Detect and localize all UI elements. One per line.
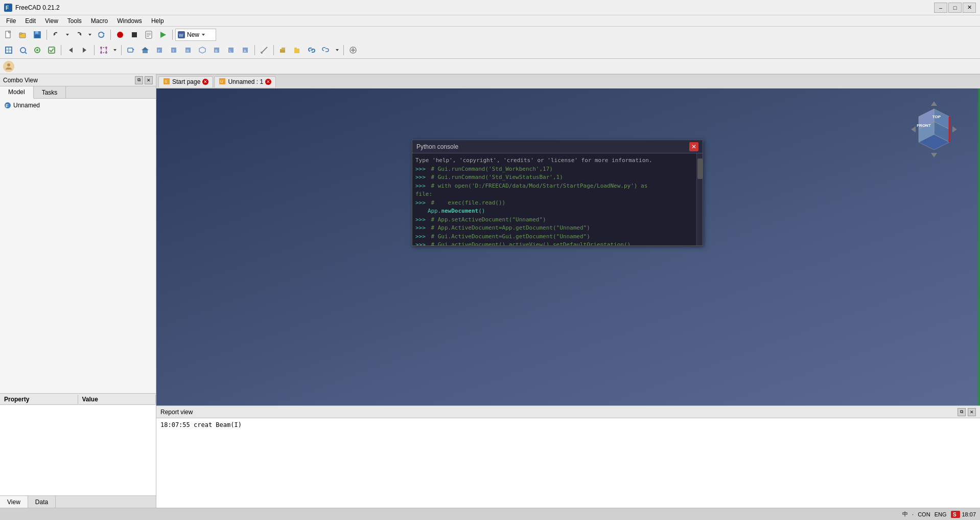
left-view-button[interactable]: L — [224, 44, 238, 56]
python-console-close-button[interactable]: ✕ — [689, 142, 698, 151]
svg-text:FRONT: FRONT — [917, 123, 931, 128]
s-icon: S — [950, 510, 961, 518]
link-dropdown[interactable] — [334, 44, 341, 56]
model-tree[interactable]: F Unnamed — [0, 99, 156, 393]
status-lang: ENG — [935, 511, 947, 517]
link-group-button[interactable] — [319, 44, 333, 56]
unnamed-tab-close[interactable]: ✕ — [265, 79, 271, 85]
sync-camera-button[interactable] — [124, 44, 137, 56]
maximize-button[interactable]: □ — [948, 3, 962, 13]
combo-view-close-button[interactable]: ✕ — [145, 76, 153, 84]
nav-cube[interactable]: TOP FRONT — [908, 99, 960, 160]
start-page-tab-close[interactable]: ✕ — [202, 79, 208, 85]
console-prompt-7: >>> — [415, 224, 426, 233]
bottom-tab-view[interactable]: View — [0, 496, 28, 508]
home-view-button[interactable] — [138, 44, 152, 56]
report-content: 18:07:55 creat Beam(I) — [156, 418, 980, 508]
undo-button[interactable] — [50, 29, 63, 41]
left-panel: Combo View ⧉ ✕ Model Tasks F — [0, 74, 156, 508]
save-button[interactable] — [31, 29, 44, 41]
toolbar-area: W New — [0, 27, 980, 59]
sync-view-button[interactable] — [45, 44, 58, 56]
property-content[interactable] — [0, 405, 156, 495]
svg-text:W: W — [179, 33, 183, 38]
nav-back-button[interactable] — [64, 44, 77, 56]
svg-marker-32 — [69, 48, 73, 53]
svg-marker-13 — [103, 33, 105, 35]
redo-button[interactable] — [72, 29, 85, 41]
part-create-button[interactable] — [276, 44, 290, 56]
workbench-dropdown[interactable]: W New — [175, 29, 216, 41]
bounding-box-button[interactable] — [97, 44, 110, 56]
redo-dropdown[interactable] — [86, 29, 94, 41]
svg-marker-77 — [931, 153, 937, 157]
fit-selection-button[interactable] — [16, 44, 30, 56]
menu-windows[interactable]: Windows — [113, 15, 146, 26]
user-icon[interactable] — [3, 61, 14, 72]
record-macro-button[interactable] — [113, 29, 127, 41]
addon-manager-button[interactable] — [346, 44, 360, 56]
link-button[interactable] — [305, 44, 318, 56]
status-ime: 中 — [902, 510, 908, 518]
bottom-view-button[interactable]: B — [210, 44, 223, 56]
menu-macro[interactable]: Macro — [87, 15, 112, 26]
axo-view-button[interactable] — [196, 44, 209, 56]
python-console-body[interactable]: Type 'help', 'copyright', 'credits' or '… — [412, 153, 703, 245]
measure-button[interactable] — [258, 44, 271, 56]
combo-view-title: Combo View — [3, 77, 38, 84]
menu-tools[interactable]: Tools — [63, 15, 86, 26]
menu-help[interactable]: Help — [147, 15, 168, 26]
bottom-tab-data[interactable]: Data — [28, 496, 56, 508]
view-options-button[interactable] — [31, 44, 44, 56]
toolbar-separator-5 — [94, 45, 95, 55]
svg-rect-62 — [294, 49, 299, 53]
console-line-7: >>> # App.ActiveDocument=App.getDocument… — [415, 224, 699, 233]
report-float-button[interactable]: ⧉ — [958, 408, 966, 416]
combo-tab-tasks[interactable]: Tasks — [34, 86, 66, 98]
app-logo-icon: F — [4, 4, 12, 12]
svg-text:TOP: TOP — [932, 115, 941, 119]
refresh-button[interactable] — [95, 29, 108, 41]
console-scrollbar-thumb[interactable] — [697, 159, 703, 179]
new-button[interactable] — [2, 29, 15, 41]
python-console[interactable]: Python console ✕ Type 'help', 'copyright… — [412, 140, 703, 246]
close-button[interactable]: ✕ — [963, 3, 976, 13]
tab-unnamed[interactable]: U Unnamed : 1 ✕ — [214, 76, 276, 87]
top-view-button[interactable]: T — [167, 44, 180, 56]
bounding-box-dropdown[interactable] — [111, 44, 119, 56]
menu-file[interactable]: File — [2, 15, 20, 26]
rear-view-button[interactable]: A — [239, 44, 252, 56]
combo-tab-model[interactable]: Model — [0, 86, 34, 99]
svg-text:S: S — [165, 79, 167, 84]
tab-start-page[interactable]: S Start page ✕ — [158, 76, 213, 87]
console-prompt-5 — [415, 207, 426, 216]
console-prompt-9: >>> — [415, 241, 426, 245]
svg-marker-12 — [88, 34, 91, 36]
undo-dropdown[interactable] — [64, 29, 71, 41]
console-scrollbar[interactable] — [696, 153, 703, 245]
fit-all-button[interactable] — [2, 44, 15, 56]
tree-item-unnamed[interactable]: F Unnamed — [2, 101, 154, 110]
front-view-button[interactable]: F — [153, 44, 166, 56]
report-close-button[interactable]: ✕ — [968, 408, 976, 416]
part-from-file-button[interactable] — [291, 44, 304, 56]
svg-text:B: B — [215, 49, 218, 53]
run-macro-button[interactable] — [156, 29, 170, 41]
svg-text:F: F — [6, 5, 9, 11]
viewport[interactable]: TOP FRONT Python console ✕ Type 'help', — [156, 88, 980, 405]
unnamed-tab-label: Unnamed : 1 — [228, 78, 263, 85]
combo-view-float-button[interactable]: ⧉ — [135, 76, 143, 84]
menu-edit[interactable]: Edit — [21, 15, 40, 26]
svg-point-30 — [36, 49, 38, 51]
right-view-button[interactable]: R — [181, 44, 195, 56]
nav-forward-button[interactable] — [78, 44, 91, 56]
app-container: F FreeCAD 0.21.2 – □ ✕ File Edit View To… — [0, 0, 980, 520]
stop-macro-button[interactable] — [128, 29, 141, 41]
console-line-5: App.newDocument() — [415, 207, 699, 216]
macro-editor-button[interactable] — [142, 29, 155, 41]
minimize-button[interactable]: – — [934, 3, 947, 13]
combo-view-header: Combo View ⧉ ✕ — [0, 74, 156, 86]
open-button[interactable] — [16, 29, 30, 41]
menu-view[interactable]: View — [41, 15, 62, 26]
svg-text:R: R — [186, 49, 189, 53]
